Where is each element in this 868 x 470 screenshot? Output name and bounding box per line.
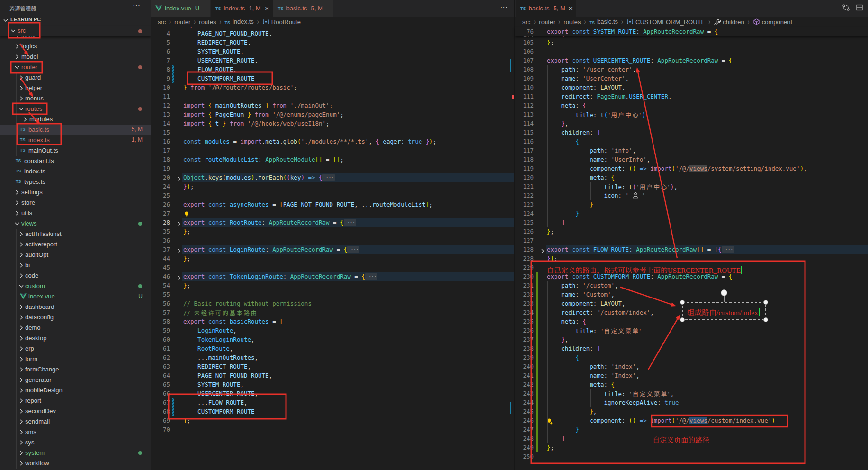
code-line-108[interactable]: 108 path: '/user-center', (515, 65, 868, 74)
code-line-124[interactable]: 124 } (515, 209, 868, 218)
tree-item-actHiTaskinst[interactable]: actHiTaskinst (0, 229, 151, 239)
code-line-246[interactable]: 246 component: () => import('/@/views/cu… (515, 416, 868, 425)
breadcrumb-item-component[interactable]: component (753, 18, 792, 26)
code-line-58[interactable]: 58export const basicRoutes = [ (151, 317, 514, 326)
code-line-115[interactable]: 115 children: [ (515, 128, 868, 137)
close-icon[interactable]: × (565, 4, 573, 12)
code-line-113[interactable]: 113 title: t('用户中心') (515, 110, 868, 119)
breadcrumb-item-router[interactable]: router (539, 18, 555, 26)
tree-item-menus[interactable]: menus (0, 93, 151, 104)
tree-item-guard[interactable]: guard (0, 72, 151, 83)
sticky-scroll-line[interactable]: 76export const SYSTEM_ROUTE: AppRouteRec… (515, 27, 868, 36)
breadcrumb-item-CUSTOMFORM_ROUTE[interactable]: CUSTOMFORM_ROUTE (626, 18, 705, 26)
tree-item-sms[interactable]: sms (0, 427, 151, 437)
tree-item-code[interactable]: code (0, 271, 151, 281)
code-line-122[interactable]: 122 icon: ' ' (515, 191, 868, 200)
tree-item-index-ts[interactable]: TSindex.ts (0, 166, 151, 177)
code-line-232[interactable]: 232 name: 'Custom', (515, 290, 868, 299)
code-line-123[interactable]: 123 } (515, 200, 868, 209)
tree-item-settings[interactable]: settings (0, 187, 151, 198)
code-line-54[interactable]: 54}; (151, 281, 514, 290)
code-line-35[interactable]: 35}; (151, 227, 514, 236)
code-line-8[interactable]: 8 FLOW_ROUTE, (151, 65, 514, 74)
code-area[interactable]: 3import {4 PAGE_NOT_FOUND_ROUTE,5 REDIRE… (151, 0, 514, 470)
tab-basic.ts[interactable]: TSbasic.ts5, M (273, 0, 334, 17)
code-line-18[interactable]: 18const routeModuleList: AppRouteModule[… (151, 155, 514, 164)
tree-item-mobileDesign[interactable]: mobileDesign (0, 385, 151, 396)
code-line-119[interactable]: 119 component: () => import('/@/views/sy… (515, 164, 868, 173)
code-line-235[interactable]: 235 meta: { (515, 317, 868, 326)
code-line-244[interactable]: 244 ignoreKeepAlive: true (515, 398, 868, 407)
tree-item-dashboard[interactable]: dashboard (0, 302, 151, 312)
tree-item-demo[interactable]: demo (0, 323, 151, 333)
lightbulb-icon[interactable] (183, 210, 190, 217)
code-line-120[interactable]: 120 meta: { (515, 173, 868, 182)
code-line-60[interactable]: 60 TokenLoginRoute, (151, 335, 514, 344)
tree-item-views[interactable]: views (0, 218, 151, 229)
code-line-59[interactable]: 59 LoginRoute, (151, 326, 514, 335)
tree-item-index-vue[interactable]: index.vueU (0, 291, 151, 302)
code-line-45[interactable]: 45 (151, 263, 514, 272)
tree-item-sendmail[interactable]: sendmail (0, 416, 151, 427)
tree-item-secondDev[interactable]: secondDev (0, 406, 151, 416)
tree-item-helper[interactable]: helper (0, 83, 151, 93)
code-line-121[interactable]: 121 title: t('用户中心'), (515, 182, 868, 191)
code-line-117[interactable]: 117 path: 'info', (515, 146, 868, 155)
tree-item-bi[interactable]: bi (0, 260, 151, 271)
tree-item-generator[interactable]: generator (0, 375, 151, 385)
tree-item-logics[interactable]: logics (0, 41, 151, 52)
code-line-12[interactable]: 12import { mainOutRoutes } from './mainO… (151, 101, 514, 110)
code-line-17[interactable]: 17 (151, 146, 514, 155)
tree-item-router[interactable]: router (0, 62, 151, 72)
code-line-76[interactable]: 76export const SYSTEM_ROUTE: AppRouteRec… (515, 27, 868, 36)
code-line-243[interactable]: 243 title: '自定义菜单', (515, 389, 868, 398)
code-line-126[interactable]: 126}; (515, 227, 868, 236)
tree-item-formChange[interactable]: formChange (0, 364, 151, 375)
tree-item-sys[interactable]: sys (0, 437, 151, 448)
breadcrumb-item-router[interactable]: router (174, 18, 190, 26)
code-line-125[interactable]: 125 ] (515, 218, 868, 227)
workspace-section-header[interactable]: LEARUN PC (0, 15, 151, 26)
breadcrumb-item-children[interactable]: children (714, 18, 744, 26)
code-line-4[interactable]: 4 PAGE_NOT_FOUND_ROUTE, (151, 29, 514, 38)
breadcrumb-item-routes[interactable]: routes (199, 18, 216, 26)
code-line-109[interactable]: 109 name: 'UserCenter', (515, 74, 868, 83)
tree-item-modules[interactable]: modules (0, 114, 151, 125)
code-line-16[interactable]: 16const modules = import.meta.glob('./mo… (151, 137, 514, 146)
tree-item-dataconfig[interactable]: dataconfig (0, 312, 151, 323)
tree-item-constant-ts[interactable]: TSconstant.ts (0, 156, 151, 166)
tree-item-activereport[interactable]: activereport (0, 239, 151, 250)
tree-item-custom[interactable]: custom (0, 281, 151, 291)
code-line-62[interactable]: 62 ...mainOutRoutes, (151, 353, 514, 362)
breadcrumb-item-src[interactable]: src (522, 18, 530, 26)
tree-item-mainOut-ts[interactable]: TSmainOut.ts (0, 145, 151, 156)
code-line-27[interactable]: 27 (151, 209, 514, 218)
tab-basic.ts[interactable]: TSbasic.ts5, M× (516, 0, 577, 17)
code-line-240[interactable]: 240 path: 'index', (515, 362, 868, 371)
code-line-11[interactable]: 11 (151, 92, 514, 101)
tree-item-auditOpt[interactable]: auditOpt (0, 250, 151, 260)
code-line-13[interactable]: 13import { PageEnum } from '/@/enums/pag… (151, 110, 514, 119)
code-line-67[interactable]: 67 ...FLOW_ROUTE, (151, 398, 514, 407)
code-line-116[interactable]: 116 { (515, 137, 868, 146)
code-line-7[interactable]: 7 USERCENTER_ROUTE, (151, 56, 514, 65)
breadcrumb-item-RootRoute[interactable]: RootRoute (262, 18, 301, 26)
code-line-28[interactable]: 28export const RootRoute: AppRouteRecord… (151, 218, 514, 227)
code-line-14[interactable]: 14import { t } from '/@/hooks/web/useI18… (151, 119, 514, 128)
tab-index.ts[interactable]: TSindex.ts1, M× (211, 0, 273, 17)
tree-item-desktop[interactable]: desktop (0, 333, 151, 343)
code-line-236[interactable]: 236 title: '自定义菜单' (515, 326, 868, 335)
tab-overflow-icon[interactable]: ⋯ (500, 3, 508, 12)
code-line-55[interactable]: 55 (151, 290, 514, 299)
code-line-238[interactable]: 238 children: [ (515, 344, 868, 353)
code-line-231[interactable]: 231 path: '/custom', (515, 281, 868, 290)
tree-item-types-ts[interactable]: TStypes.ts (0, 177, 151, 187)
tree-item-index-ts[interactable]: TSindex.ts1, M (0, 135, 151, 145)
breadcrumb-item-basic.ts[interactable]: TSbasic.ts (589, 18, 618, 26)
code-line-15[interactable]: 15 (151, 128, 514, 137)
open-changes-icon[interactable] (842, 4, 850, 11)
code-line-245[interactable]: 245 }, (515, 407, 868, 416)
code-line-24[interactable]: 24}); (151, 182, 514, 191)
code-line-37[interactable]: 37export const LoginRoute: AppRouteRecor… (151, 245, 514, 254)
code-line-36[interactable]: 36 (151, 236, 514, 245)
